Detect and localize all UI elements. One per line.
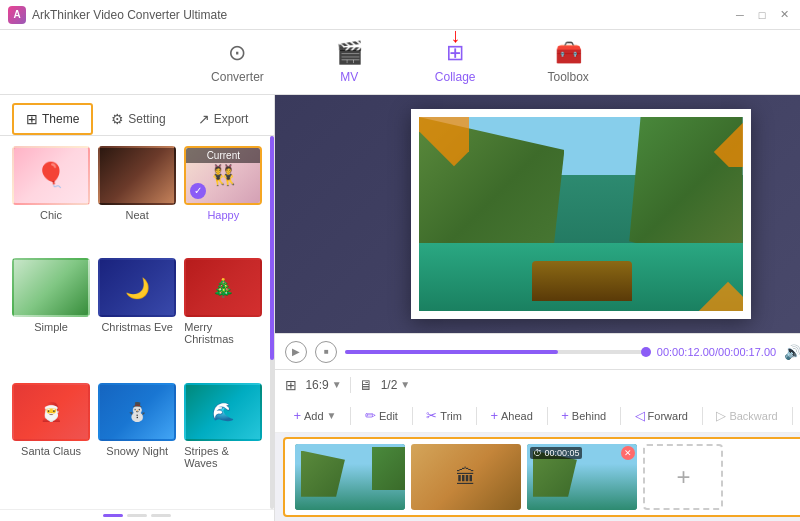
close-button[interactable]: ✕ <box>776 7 792 23</box>
tab-theme[interactable]: ⊞ Theme <box>12 103 93 135</box>
edit-button[interactable]: ✏ Edit <box>357 404 406 427</box>
theme-christmas-eve[interactable]: 🌙 Christmas Eve <box>98 258 176 374</box>
tab-setting[interactable]: ⚙ Setting <box>97 103 179 135</box>
nav-mv-label: MV <box>340 70 358 84</box>
dot-inactive-2 <box>151 514 171 517</box>
backward-label: Backward <box>729 410 777 422</box>
theme-chic-label: Chic <box>40 209 62 221</box>
main-content: ⊞ Theme ⚙ Setting ↗ Export 🎈 <box>0 95 800 521</box>
theme-grid: 🎈 Chic Neat 👯 Current <box>0 136 274 509</box>
theme-chic[interactable]: 🎈 Chic <box>12 146 90 250</box>
theme-simple[interactable]: Simple <box>12 258 90 374</box>
tab-export[interactable]: ↗ Export <box>184 103 263 135</box>
scrollbar-track[interactable] <box>270 136 274 509</box>
right-panel: ▶ ■ 00:00:12.00/00:00:17.00 🔊 Export ⊞ 1… <box>275 95 800 521</box>
theme-merry-christmas[interactable]: 🎄 Merry Christmas <box>184 258 262 374</box>
volume-icon[interactable]: 🔊 <box>784 344 800 360</box>
theme-chic-thumb[interactable]: 🎈 <box>12 146 90 205</box>
backward-button[interactable]: ▷ Backward <box>708 404 785 427</box>
theme-neat[interactable]: Neat <box>98 146 176 250</box>
play-button[interactable]: ▶ <box>285 341 307 363</box>
trim-button[interactable]: ✂ Trim <box>418 404 470 427</box>
ratio-chevron-icon: ▼ <box>332 379 342 390</box>
stop-button[interactable]: ■ <box>315 341 337 363</box>
theme-simple-label: Simple <box>34 321 68 333</box>
theme-santa-thumb[interactable]: 🎅 <box>12 383 90 442</box>
add-button[interactable]: + Add ▼ <box>285 404 344 427</box>
nav-converter[interactable]: ⊙ Converter <box>195 32 280 92</box>
dot-active <box>103 514 123 517</box>
theme-snowy-thumb[interactable]: ⛄ <box>98 383 176 442</box>
tab-setting-label: Setting <box>128 112 165 126</box>
ratio-bar: ⊞ 16:9 ▼ 🖥 1/2 ▼ <box>275 369 800 399</box>
nav-toolbox[interactable]: 🧰 Toolbox <box>532 32 605 92</box>
tab-theme-label: Theme <box>42 112 79 126</box>
film-time-text: 00:00:05 <box>544 448 579 458</box>
backward-icon: ▷ <box>716 408 726 423</box>
theme-happy-label: Happy <box>207 209 239 221</box>
tab-export-label: Export <box>214 112 249 126</box>
trim-label: Trim <box>440 410 462 422</box>
add-label: Add <box>304 410 324 422</box>
corner-tr <box>693 117 743 167</box>
top-nav: ⊙ Converter 🎬 MV ↓ ⊞ Collage 🧰 Toolbox <box>0 30 800 95</box>
title-bar: A ArkThinker Video Converter Ultimate ─ … <box>0 0 800 30</box>
left-panel: ⊞ Theme ⚙ Setting ↗ Export 🎈 <box>0 95 275 521</box>
current-badge: Current <box>186 148 260 163</box>
theme-santa-label: Santa Claus <box>21 445 81 457</box>
minimize-button[interactable]: ─ <box>732 7 748 23</box>
nav-toolbox-label: Toolbox <box>548 70 589 84</box>
toolbar: + Add ▼ ✏ Edit ✂ Trim + Ahead + Behi <box>275 399 800 433</box>
theme-merry-christmas-label: Merry Christmas <box>184 321 262 345</box>
theme-stripes[interactable]: 🌊 Stripes & Waves <box>184 383 262 499</box>
filmstrip-item-2[interactable]: 🏛 <box>411 444 521 510</box>
film-time-badge: ⏱ 00:00:05 <box>530 447 582 459</box>
nav-converter-label: Converter <box>211 70 264 84</box>
theme-stripes-label: Stripes & Waves <box>184 445 262 469</box>
theme-merry-christmas-thumb[interactable]: 🎄 <box>184 258 262 317</box>
forward-button[interactable]: ◁ Forward <box>627 404 696 427</box>
page-select[interactable]: 1/2 ▼ <box>381 378 411 392</box>
theme-santa[interactable]: 🎅 Santa Claus <box>12 383 90 499</box>
ahead-button[interactable]: + Ahead <box>482 404 540 427</box>
theme-snowy-label: Snowy Night <box>106 445 168 457</box>
theme-christmas-eve-thumb[interactable]: 🌙 <box>98 258 176 317</box>
add-chevron-icon: ▼ <box>327 410 337 421</box>
theme-snowy[interactable]: ⛄ Snowy Night <box>98 383 176 499</box>
ahead-icon: + <box>490 408 498 423</box>
converter-icon: ⊙ <box>228 40 246 66</box>
dot-inactive <box>127 514 147 517</box>
ahead-label: Ahead <box>501 410 533 422</box>
time-display: 00:00:12.00/00:00:17.00 <box>657 346 776 358</box>
filmstrip: 🏛 ⏱ 00:00:05 ✕ + <box>283 437 800 517</box>
theme-stripes-thumb[interactable]: 🌊 <box>184 383 262 442</box>
theme-happy[interactable]: 👯 Current ✓ Happy <box>184 146 262 250</box>
theme-icon: ⊞ <box>26 111 38 127</box>
tab-bar: ⊞ Theme ⚙ Setting ↗ Export <box>0 95 274 136</box>
theme-neat-thumb[interactable] <box>98 146 176 205</box>
filmstrip-item-1[interactable] <box>295 444 405 510</box>
filmstrip-item-3[interactable]: ⏱ 00:00:05 ✕ <box>527 444 637 510</box>
page-chevron-icon: ▼ <box>400 379 410 390</box>
preview-area <box>275 95 800 333</box>
progress-bar[interactable] <box>345 350 648 354</box>
preview-frame <box>411 109 751 319</box>
scrollbar-thumb[interactable] <box>270 136 274 360</box>
theme-christmas-eve-label: Christmas Eve <box>101 321 173 333</box>
theme-simple-thumb[interactable] <box>12 258 90 317</box>
nav-mv[interactable]: 🎬 MV <box>320 32 379 92</box>
ratio-select[interactable]: 16:9 ▼ <box>305 378 341 392</box>
nav-collage[interactable]: ↓ ⊞ Collage <box>419 32 492 92</box>
forward-label: Forward <box>648 410 688 422</box>
monitor-icon: 🖥 <box>359 377 373 393</box>
pagination-dots <box>0 509 274 521</box>
layout-icon: ⊞ <box>285 377 297 393</box>
behind-button[interactable]: + Behind <box>553 404 614 427</box>
progress-fill <box>345 350 557 354</box>
theme-neat-label: Neat <box>126 209 149 221</box>
corner-br <box>693 261 743 311</box>
maximize-button[interactable]: □ <box>754 7 770 23</box>
filmstrip-add-button[interactable]: + <box>643 444 723 510</box>
theme-happy-thumb[interactable]: 👯 Current ✓ <box>184 146 262 205</box>
nav-collage-label: Collage <box>435 70 476 84</box>
